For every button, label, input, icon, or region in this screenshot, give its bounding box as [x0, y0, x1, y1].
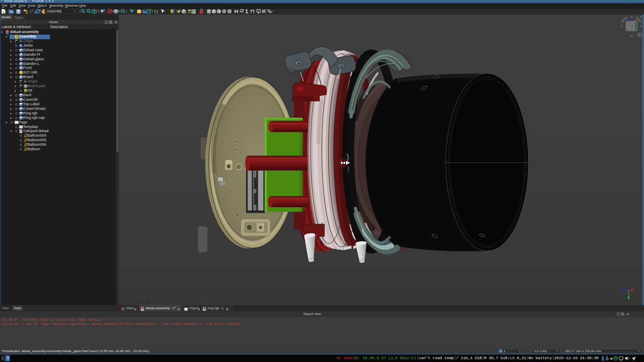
svg-text:1.5 ms / 0.8 fps: 1.5 ms / 0.8 fps: [125, 300, 151, 303]
svg-text:{}: {}: [154, 10, 159, 14]
